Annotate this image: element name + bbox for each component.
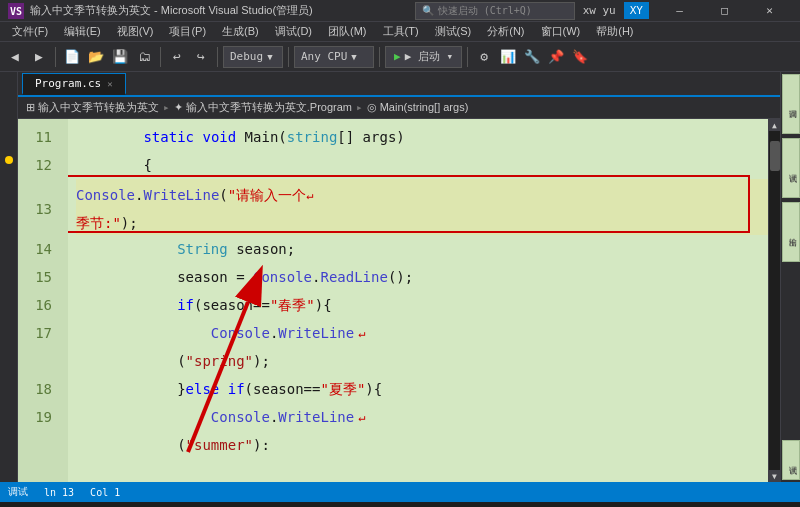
menu-tools[interactable]: 工具(T)	[375, 22, 427, 42]
code-line-15: season = Console . ReadLine ();	[76, 263, 768, 291]
menu-file[interactable]: 文件(F)	[4, 22, 56, 42]
separator-6	[467, 47, 468, 67]
menu-edit[interactable]: 编辑(E)	[56, 22, 109, 42]
separator-5	[379, 47, 380, 67]
scroll-down-button[interactable]: ▼	[769, 470, 781, 482]
line-numbers: 11 12 13 14 15 16 17 18 19	[18, 119, 68, 482]
line-num-13: 13	[18, 179, 60, 235]
console-writeline-13: Console	[76, 181, 135, 209]
maximize-button[interactable]: □	[702, 0, 747, 22]
breadcrumb: ⊞ 输入中文季节转换为英文 ▸ ✦ 输入中文季节转换为英文.Program ▸ …	[18, 97, 780, 119]
menu-analyze[interactable]: 分析(N)	[479, 22, 532, 42]
quick-launch-search[interactable]: 🔍 快速启动 (Ctrl+Q)	[415, 2, 575, 20]
cpu-dropdown[interactable]: Any CPU ▼	[294, 46, 374, 68]
scroll-up-button[interactable]: ▲	[769, 119, 781, 131]
window-title: 输入中文季节转换为英文 - Microsoft Visual Studio(管理…	[30, 3, 415, 18]
left-indicator	[5, 156, 13, 164]
cpu-dropdown-arrow: ▼	[351, 52, 356, 62]
menu-help[interactable]: 帮助(H)	[588, 22, 641, 42]
code-line-11: static void Main( string [] args)	[76, 123, 768, 151]
indent-11	[76, 123, 143, 151]
save-button[interactable]: 💾	[109, 46, 131, 68]
line-num-12: 12	[18, 151, 60, 179]
code-line-17b: ( "spring" );	[76, 347, 768, 375]
tool-btn-4[interactable]: 📌	[545, 46, 567, 68]
panel-btn-3[interactable]: 输出	[782, 202, 800, 262]
separator-1	[55, 47, 56, 67]
panel-btn-1[interactable]: 回调	[782, 74, 800, 134]
user-name: xw yu	[583, 4, 616, 17]
breadcrumb-sep-2: ▸	[356, 101, 363, 114]
panel-btn-2[interactable]: 调试	[782, 138, 800, 198]
code-line-12: {	[76, 151, 768, 179]
panel-spacer	[781, 264, 800, 438]
debug-mode-label: Debug	[230, 50, 263, 63]
forward-button[interactable]: ▶	[28, 46, 50, 68]
search-icon: 🔍	[422, 5, 434, 16]
open-file-button[interactable]: 📂	[85, 46, 107, 68]
svg-text:VS: VS	[10, 6, 22, 17]
breadcrumb-project[interactable]: ⊞ 输入中文季节转换为英文	[26, 100, 159, 115]
menu-bar: 文件(F) 编辑(E) 视图(V) 项目(P) 生成(B) 调试(D) 团队(M…	[0, 22, 800, 42]
redo-button[interactable]: ↪	[190, 46, 212, 68]
tool-btn-5[interactable]: 🔖	[569, 46, 591, 68]
wrap-arrow: ↵	[306, 181, 313, 209]
menu-test[interactable]: 测试(S)	[427, 22, 480, 42]
wrap-arrow-19: ↵	[358, 403, 365, 431]
code-editor[interactable]: 11 12 13 14 15 16 17 18 19 st	[18, 119, 780, 482]
start-debug-button[interactable]: ▶ ▶ 启动 ▾	[385, 46, 462, 68]
menu-window[interactable]: 窗口(W)	[533, 22, 589, 42]
menu-project[interactable]: 项目(P)	[161, 22, 214, 42]
line-num-17: 17	[18, 319, 60, 347]
play-icon: ▶	[394, 50, 401, 63]
type-string-14: String	[177, 235, 228, 263]
line-num-15: 15	[18, 263, 60, 291]
tab-bar: Program.cs ✕	[18, 72, 780, 97]
scroll-track[interactable]	[769, 131, 781, 470]
line-num-11: 11	[18, 123, 60, 151]
code-line-19: Console . WriteLine ↵	[76, 403, 768, 431]
start-label: ▶ 启动 ▾	[405, 49, 454, 64]
breadcrumb-sep-1: ▸	[163, 101, 170, 114]
code-content[interactable]: static void Main( string [] args) {	[68, 119, 768, 482]
vertical-scrollbar: ▲ ▼	[768, 119, 780, 482]
tool-btn-3[interactable]: 🔧	[521, 46, 543, 68]
new-file-button[interactable]: 📄	[61, 46, 83, 68]
breadcrumb-namespace[interactable]: ✦ 输入中文季节转换为英文.Program	[174, 100, 352, 115]
search-placeholder: 快速启动 (Ctrl+Q)	[438, 4, 532, 18]
menu-view[interactable]: 视图(V)	[109, 22, 162, 42]
code-line-13: Console . WriteLine ( "请输入一个 ↵ 季节:" );	[76, 179, 768, 235]
scroll-thumb[interactable]	[770, 141, 780, 171]
panel-btn-4[interactable]: 调试	[782, 440, 800, 480]
cpu-label: Any CPU	[301, 50, 347, 63]
tab-modified-marker: ✕	[107, 79, 112, 89]
line-num-18: 18	[18, 375, 60, 403]
editor-container: Program.cs ✕ ⊞ 输入中文季节转换为英文 ▸ ✦ 输入中文季节转换为…	[18, 72, 780, 482]
minimize-button[interactable]: —	[657, 0, 702, 22]
line-num-17b	[18, 347, 60, 375]
debug-mode-dropdown[interactable]: Debug ▼	[223, 46, 283, 68]
status-item-debug: 调试	[8, 485, 28, 499]
type-string: string	[287, 123, 338, 151]
tool-btn-1[interactable]: ⚙	[473, 46, 495, 68]
back-button[interactable]: ◀	[4, 46, 26, 68]
menu-debug[interactable]: 调试(D)	[267, 22, 320, 42]
breadcrumb-method[interactable]: ◎ Main(string[] args)	[367, 101, 469, 114]
undo-button[interactable]: ↩	[166, 46, 188, 68]
menu-team[interactable]: 团队(M)	[320, 22, 375, 42]
line-num-14: 14	[18, 235, 60, 263]
save-all-button[interactable]: 🗂	[133, 46, 155, 68]
close-button[interactable]: ✕	[747, 0, 792, 22]
line-num-16: 16	[18, 291, 60, 319]
code-line-19b: ( "summer" ):	[76, 431, 768, 459]
tool-btn-2[interactable]: 📊	[497, 46, 519, 68]
user-badge[interactable]: XY	[624, 2, 649, 19]
code-line-18: } else if (season== "夏季" ){	[76, 375, 768, 403]
status-item-ln: ln 13	[44, 487, 74, 498]
line-num-19b	[18, 431, 60, 459]
menu-build[interactable]: 生成(B)	[214, 22, 267, 42]
code-line-17: Console . WriteLine ↵	[76, 319, 768, 347]
tab-program-cs[interactable]: Program.cs ✕	[22, 73, 126, 95]
kw-static: static	[143, 123, 194, 151]
toolbar: ◀ ▶ 📄 📂 💾 🗂 ↩ ↪ Debug ▼ Any CPU ▼ ▶ ▶ 启动…	[0, 42, 800, 72]
